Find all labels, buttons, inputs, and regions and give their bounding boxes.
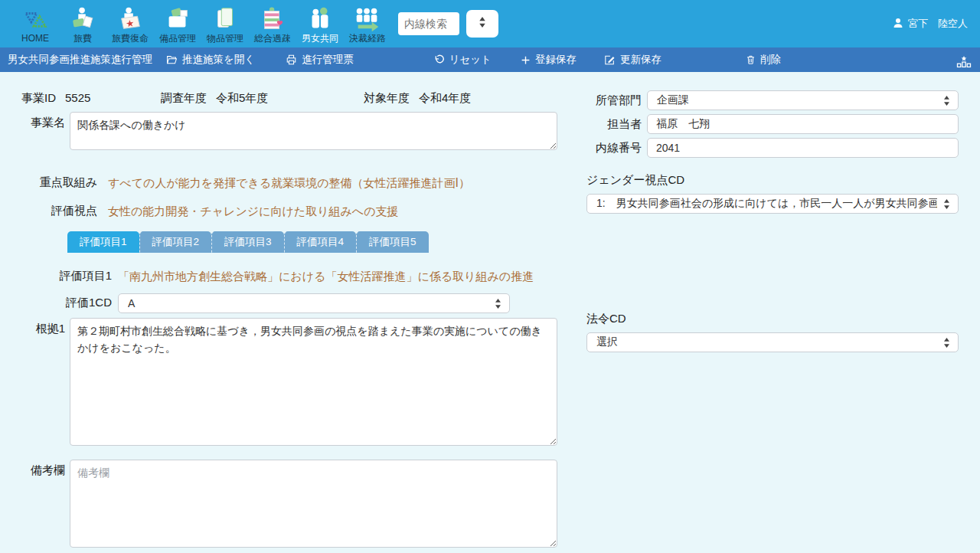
updown-arrows-icon: [479, 17, 486, 31]
delete-button[interactable]: 削除: [746, 53, 781, 67]
survey-year-label: 調査年度: [161, 91, 207, 106]
goods-icon: [211, 5, 240, 33]
tab-evaluation-item-4[interactable]: 評価項目4: [284, 231, 357, 253]
reset-icon: [434, 54, 445, 65]
viewpoint-value: 女性の能力開発・チャレンジに向けた取り組みへの支援: [108, 200, 399, 219]
nav-item-travel-report[interactable]: 旅費復命: [110, 2, 150, 46]
home-icon: [21, 5, 50, 33]
target-year-label: 対象年度: [364, 91, 410, 106]
printer-icon: [286, 54, 297, 65]
user-menu[interactable]: 宮下 陸空人: [893, 17, 968, 31]
priority-row: 重点取組み すべての人が能力を発揮できる就業環境の整備（女性活躍推進計画Ⅰ）: [21, 172, 557, 191]
reset-button[interactable]: リセット: [434, 53, 492, 67]
department-label: 所管部門: [586, 93, 642, 108]
nav-item-gender-equality[interactable]: 男女共同: [300, 2, 340, 46]
project-name-row: 事業名: [21, 112, 557, 150]
page-title: 男女共同参画推進施策進行管理: [8, 53, 152, 67]
top-navbar: HOME 旅費 旅費復命: [0, 0, 980, 47]
gender-cd-label: ジェンダー視点CD: [586, 173, 959, 188]
equipment-icon: [163, 5, 192, 33]
open-measure-button[interactable]: 推進施策を開く: [166, 53, 255, 67]
nav-item-home[interactable]: HOME: [15, 2, 55, 46]
tab-evaluation-item-5[interactable]: 評価項目5: [356, 231, 429, 253]
app-nav: HOME 旅費 旅費復命: [15, 2, 387, 46]
eval1-cd-row: 評価1CD A: [21, 292, 557, 313]
folder-icon: [166, 54, 178, 65]
gender-equality-icon: [305, 5, 335, 33]
remarks-row: 備考欄: [21, 460, 557, 548]
extension-search-select[interactable]: [466, 10, 498, 38]
survey-year-value: 令和5年度: [216, 91, 268, 106]
item1-value: 「南九州市地方創生総合戦略」における「女性活躍推進」に係る取り組みの推進: [118, 265, 534, 284]
basis1-label: 根拠1: [21, 318, 65, 336]
travel-expense-icon: [68, 5, 97, 33]
plus-icon: [521, 55, 531, 65]
priority-label: 重点取組み: [21, 172, 97, 190]
item1-label: 評価項目1: [21, 265, 112, 283]
nav-item-depopulation[interactable]: 総合過疎: [253, 2, 292, 46]
project-name-label: 事業名: [21, 112, 65, 130]
extension-row: 内線番号: [586, 138, 959, 158]
remarks-label: 備考欄: [21, 460, 65, 478]
approval-route-icon: [353, 5, 382, 33]
nav-item-travel-expense[interactable]: 旅費: [63, 2, 103, 46]
staff-label: 担当者: [586, 117, 642, 132]
tab-evaluation-item-3[interactable]: 評価項目3: [211, 231, 284, 253]
extension-search-input[interactable]: [398, 12, 459, 35]
updown-arrows-icon: [943, 96, 950, 106]
update-save-button[interactable]: 更新保存: [604, 53, 662, 67]
updown-arrows-icon: [943, 338, 950, 348]
project-name-input[interactable]: [70, 112, 557, 150]
register-save-button[interactable]: 登録保存: [521, 53, 577, 67]
basis1-row: 根拠1: [21, 318, 557, 446]
depopulation-icon: [258, 5, 287, 33]
target-year-value: 令和4年度: [419, 91, 471, 106]
law-cd-label: 法令CD: [586, 312, 959, 326]
left-column: 事業ID 5525 調査年度 令和5年度 対象年度 令和4年度 事業名 重点取組…: [21, 90, 557, 548]
department-row: 所管部門 企画課: [586, 90, 959, 110]
tab-evaluation-item-1[interactable]: 評価項目1: [67, 231, 139, 253]
eval1-cd-select[interactable]: A: [118, 293, 510, 313]
evaluation-tabs: 評価項目1 評価項目2 評価項目3 評価項目4 評価項目5: [67, 231, 557, 253]
travel-report-icon: [116, 5, 145, 33]
nav-item-equipment[interactable]: 備品管理: [158, 2, 198, 46]
form-area: 事業ID 5525 調査年度 令和5年度 対象年度 令和4年度 事業名 重点取組…: [0, 72, 980, 548]
updown-arrows-icon: [495, 299, 501, 309]
podium-star-icon: [956, 55, 972, 71]
extension-label: 内線番号: [586, 141, 642, 155]
podium-shortcut-button[interactable]: [956, 47, 972, 72]
staff-row: 担当者: [586, 114, 959, 134]
trash-icon: [746, 54, 756, 65]
item1-row: 評価項目1 「南九州市地方創生総合戦略」における「女性活躍推進」に係る取り組みの…: [21, 265, 557, 284]
extension-search: [398, 10, 498, 38]
eval1-cd-label: 評価1CD: [21, 292, 112, 310]
right-column: 所管部門 企画課 担当者 内線番号 ジェンダー視点CD 1: 男女共同参画社会の…: [586, 90, 959, 548]
user-name: 宮下 陸空人: [908, 17, 968, 31]
viewpoint-row: 評価視点 女性の能力開発・チャレンジに向けた取り組みへの支援: [21, 200, 557, 219]
basis1-input[interactable]: [70, 318, 557, 446]
department-select[interactable]: 企画課: [647, 90, 959, 110]
id-year-row: 事業ID 5525 調査年度 令和5年度 対象年度 令和4年度: [21, 90, 557, 106]
gender-cd-select[interactable]: 1: 男女共同参画社会の形成に向けては，市民一人一人が男女共同参画社会につい: [586, 194, 959, 214]
project-id-label: 事業ID: [21, 91, 56, 106]
nav-item-approval-route[interactable]: 決裁経路: [348, 2, 387, 46]
progress-sheet-button[interactable]: 進行管理票: [286, 53, 354, 67]
updown-arrows-icon: [943, 199, 950, 209]
law-cd-select[interactable]: 選択: [586, 332, 959, 352]
staff-input[interactable]: [647, 114, 959, 134]
nav-item-goods[interactable]: 物品管理: [205, 2, 245, 46]
remarks-input[interactable]: [70, 460, 557, 548]
user-icon: [893, 18, 903, 31]
extension-input[interactable]: [647, 138, 959, 158]
tab-evaluation-item-2[interactable]: 評価項目2: [139, 231, 212, 253]
page-toolbar: 男女共同参画推進施策進行管理 推進施策を開く 進行管理票 リセット 登録保存 更…: [0, 47, 980, 72]
priority-value: すべての人が能力を発揮できる就業環境の整備（女性活躍推進計画Ⅰ）: [108, 172, 470, 191]
viewpoint-label: 評価視点: [21, 200, 97, 218]
edit-icon: [604, 54, 616, 65]
project-id-value: 5525: [65, 91, 90, 106]
